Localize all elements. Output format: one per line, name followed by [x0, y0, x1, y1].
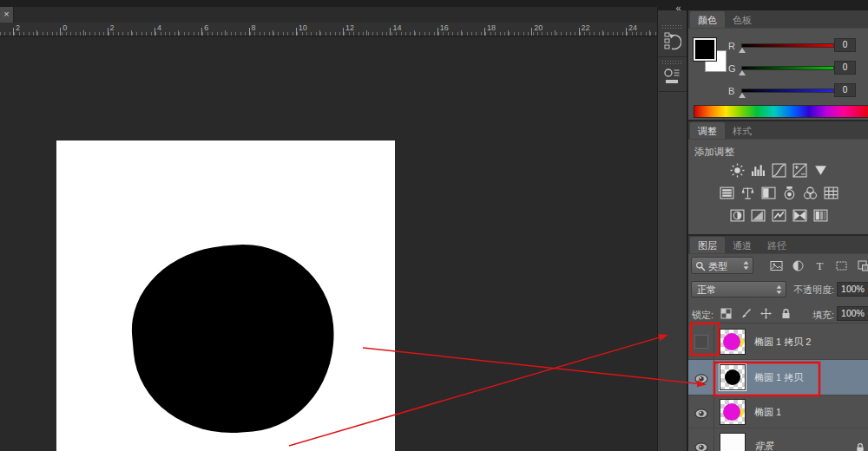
- history-panel-icon[interactable]: [663, 30, 681, 53]
- layer-name[interactable]: 椭圆 1 拷贝 2: [754, 336, 811, 349]
- lock-all-icon[interactable]: [780, 307, 792, 318]
- eye-icon[interactable]: [694, 372, 708, 382]
- document-tab-close-icon[interactable]: ×: [0, 7, 14, 23]
- kind-filter-label: 类型: [708, 260, 727, 273]
- search-icon: [695, 261, 706, 271]
- thumbnail-pink-shape: [723, 403, 740, 421]
- ruler-major-tick: [201, 28, 202, 36]
- color-spectrum-bar[interactable]: [694, 105, 868, 118]
- dock-divider: [658, 91, 687, 92]
- vibrance-icon[interactable]: [813, 163, 828, 178]
- layers-panel-tab[interactable]: 图层: [690, 237, 725, 253]
- exposure-icon[interactable]: [792, 163, 807, 178]
- channel-value[interactable]: 0: [834, 83, 856, 97]
- dock-divider: [658, 56, 687, 57]
- filter-smart-object-icon[interactable]: [857, 259, 868, 272]
- channel-row-r: R0: [728, 40, 867, 54]
- filter-adjustment-icon[interactable]: [792, 259, 805, 272]
- ruler-major-tick: [579, 28, 580, 36]
- layer-row[interactable]: 背景: [688, 428, 868, 451]
- hue-saturation-icon[interactable]: [720, 186, 734, 200]
- ruler-label: 24: [628, 23, 637, 32]
- color-panel-tab[interactable]: 色板: [725, 11, 760, 28]
- eye-icon[interactable]: [694, 441, 708, 450]
- slider-thumb[interactable]: [739, 70, 746, 75]
- foreground-color-swatch[interactable]: [694, 38, 716, 61]
- layer-row[interactable]: 椭圆 1 拷贝: [688, 360, 868, 395]
- document-canvas[interactable]: [56, 141, 395, 451]
- layer-thumbnail[interactable]: [720, 433, 746, 451]
- ruler-label: 14: [392, 23, 401, 32]
- ruler-medium-tick: [131, 30, 132, 36]
- ruler-medium-tick: [461, 30, 462, 36]
- ruler-label: 8: [252, 23, 256, 32]
- color-lookup-icon[interactable]: [824, 186, 838, 200]
- brightness-contrast-icon[interactable]: [730, 163, 745, 178]
- invert-icon[interactable]: [730, 208, 745, 223]
- levels-icon[interactable]: [751, 163, 766, 178]
- visibility-cell[interactable]: [688, 428, 714, 451]
- ruler-medium-tick: [273, 30, 273, 36]
- lock-label: 锁定:: [692, 309, 713, 322]
- lock-position-icon[interactable]: [760, 307, 772, 318]
- blend-mode-dropdown[interactable]: 正常: [691, 281, 786, 297]
- ruler-medium-tick: [414, 30, 415, 36]
- channel-mixer-icon[interactable]: [803, 186, 818, 200]
- channel-value[interactable]: 0: [834, 61, 856, 75]
- layer-thumbnail[interactable]: [720, 364, 746, 390]
- filter-type-icon[interactable]: T: [813, 259, 826, 272]
- channel-value[interactable]: 0: [834, 38, 856, 52]
- black-white-icon[interactable]: [761, 186, 776, 200]
- adjustments-panel-tabs: 调整样式: [688, 121, 868, 140]
- panel-dock: [657, 10, 687, 451]
- threshold-icon[interactable]: [772, 208, 786, 223]
- slider-thumb[interactable]: [739, 93, 746, 98]
- channel-slider[interactable]: [741, 66, 834, 70]
- properties-panel-icon[interactable]: [663, 65, 681, 88]
- layer-name[interactable]: 椭圆 1 拷贝: [754, 371, 803, 384]
- lock-pixels-icon[interactable]: [740, 307, 752, 318]
- visibility-checkbox-empty[interactable]: [694, 335, 708, 349]
- layer-thumbnail[interactable]: [720, 329, 746, 355]
- slider-thumb[interactable]: [739, 48, 746, 53]
- svg-text:T: T: [817, 259, 824, 272]
- filter-shape-icon[interactable]: [835, 259, 848, 272]
- ruler-major-tick: [296, 28, 297, 36]
- visibility-cell[interactable]: [688, 360, 714, 395]
- eye-icon[interactable]: [694, 407, 708, 416]
- layer-thumbnail[interactable]: [720, 399, 746, 425]
- channel-slider[interactable]: [741, 43, 834, 48]
- black-ellipse-shape[interactable]: [125, 237, 342, 441]
- layer-name[interactable]: 椭圆 1: [754, 406, 781, 419]
- color-panel-tab[interactable]: 颜色: [690, 11, 725, 28]
- adjustments-panel-tab[interactable]: 样式: [725, 122, 760, 139]
- color-panel-tabs: 颜色色板: [688, 10, 868, 29]
- selective-color-icon[interactable]: [813, 208, 828, 223]
- layer-filter-kind-dropdown[interactable]: 类型: [691, 257, 753, 274]
- layer-row[interactable]: 椭圆 1: [688, 395, 868, 428]
- opacity-value[interactable]: 100%: [837, 282, 868, 297]
- visibility-cell[interactable]: [688, 324, 714, 359]
- photo-filter-icon[interactable]: [782, 186, 797, 200]
- curves-icon[interactable]: [772, 163, 786, 178]
- ruler-minor-ticks: [0, 32, 657, 36]
- visibility-cell[interactable]: [688, 395, 714, 428]
- adjustment-icons: [688, 163, 868, 231]
- ruler-label: 2: [110, 23, 115, 32]
- lock-transparent-icon[interactable]: [720, 307, 732, 318]
- layers-panel-tab[interactable]: 路径: [760, 237, 794, 253]
- channel-slider[interactable]: [741, 88, 834, 93]
- layer-name[interactable]: 背景: [754, 440, 773, 451]
- ruler-major-tick: [108, 28, 108, 36]
- fill-value[interactable]: 100%: [837, 306, 868, 321]
- layers-panel-tab[interactable]: 通道: [725, 237, 760, 253]
- adjustments-panel-tab[interactable]: 调整: [690, 122, 725, 139]
- layer-row[interactable]: 椭圆 1 拷贝 2: [688, 324, 868, 360]
- ruler-major-tick: [60, 28, 61, 36]
- filter-image-icon[interactable]: [770, 259, 783, 272]
- chevron-updown-icon: [743, 261, 749, 270]
- ruler-medium-tick: [225, 30, 226, 36]
- posterize-icon[interactable]: [751, 208, 766, 223]
- gradient-map-icon[interactable]: [792, 208, 807, 223]
- color-balance-icon[interactable]: [740, 186, 755, 200]
